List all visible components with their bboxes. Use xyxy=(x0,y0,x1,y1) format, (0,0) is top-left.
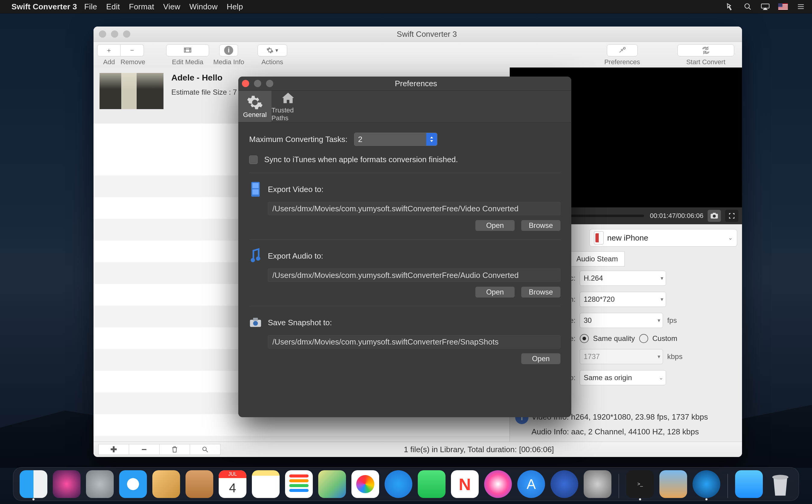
preferences-button[interactable] xyxy=(607,44,638,56)
dock-contacts[interactable] xyxy=(185,470,213,498)
prefs-zoom-button[interactable] xyxy=(266,80,273,87)
input-source-icon[interactable] xyxy=(778,2,788,12)
actions-label: Actions xyxy=(261,58,283,66)
aspect-select[interactable]: Same as origin ⌄ xyxy=(580,370,666,385)
close-button[interactable] xyxy=(99,30,106,38)
add-small-button[interactable]: ✚ xyxy=(98,444,129,455)
resolution-select[interactable]: 1280*720 ▾ xyxy=(580,292,666,307)
max-tasks-label: Maximum Converting Tasks: xyxy=(249,135,347,144)
menu-format[interactable]: Format xyxy=(129,2,154,11)
dock-preview[interactable] xyxy=(659,470,687,498)
dock-photos[interactable] xyxy=(351,470,379,498)
snapshot-button[interactable] xyxy=(708,210,721,222)
item-subtitle: Estimate file Size : 7 xyxy=(171,88,237,96)
dock-finder[interactable] xyxy=(20,470,47,498)
snapshot-path[interactable]: /Users/dmx/Movies/com.yumysoft.swiftConv… xyxy=(268,335,561,348)
window-titlebar[interactable]: Swift Converter 3 xyxy=(93,27,742,42)
svg-rect-6 xyxy=(778,8,788,8)
bottom-bar: ✚ − 1 file(s) in Library, Total duration… xyxy=(93,442,742,457)
kbps-unit: kbps xyxy=(667,352,683,361)
dock-news[interactable]: N xyxy=(451,470,479,498)
dock-itunes[interactable] xyxy=(484,470,512,498)
remove-small-button[interactable]: − xyxy=(129,444,159,455)
tab-audio-stream[interactable]: Audio Steam xyxy=(570,251,625,266)
menu-window[interactable]: Window xyxy=(189,2,218,11)
prefs-tab-general[interactable]: General xyxy=(238,91,271,122)
menu-help[interactable]: Help xyxy=(226,2,243,11)
fullscreen-button[interactable] xyxy=(725,210,738,222)
framerate-unit: fps xyxy=(667,316,677,325)
window-title: Swift Converter 3 xyxy=(136,30,742,39)
edit-media-button[interactable] xyxy=(166,44,209,56)
svg-point-19 xyxy=(256,257,260,261)
audio-browse-button[interactable]: Browse xyxy=(521,287,561,298)
app-menu[interactable]: Swift Converter 3 xyxy=(11,2,77,11)
prefs-minimize-button[interactable] xyxy=(254,80,261,87)
dock-trash[interactable] xyxy=(768,470,792,498)
menu-view[interactable]: View xyxy=(163,2,180,11)
actions-button[interactable]: ▾ xyxy=(257,44,287,56)
dock-separator-2 xyxy=(728,474,728,498)
export-audio-path[interactable]: /Users/dmx/Movies/com.yumysoft.swiftConv… xyxy=(268,269,561,282)
svg-rect-13 xyxy=(713,213,716,214)
bitrate-custom-radio[interactable] xyxy=(639,334,648,343)
dock-terminal[interactable]: >_ xyxy=(626,470,654,498)
svg-rect-7 xyxy=(778,9,788,10)
minimize-button[interactable] xyxy=(111,30,118,38)
dock-facetime[interactable] xyxy=(418,470,446,498)
bitrate-same-radio[interactable] xyxy=(580,334,589,343)
framerate-select[interactable]: 30 ▾ xyxy=(580,313,663,328)
search-small-button[interactable] xyxy=(190,444,220,455)
svg-point-14 xyxy=(203,447,206,451)
max-tasks-select[interactable]: 2 xyxy=(354,133,438,146)
dock-mail[interactable] xyxy=(152,470,180,498)
zoom-button[interactable] xyxy=(123,30,130,38)
video-open-button[interactable]: Open xyxy=(476,220,515,231)
sync-itunes-checkbox[interactable] xyxy=(249,156,257,164)
prefs-close-button[interactable] xyxy=(242,80,249,87)
svg-point-0 xyxy=(745,4,749,8)
svg-rect-16 xyxy=(252,183,259,188)
dock-swift-converter[interactable] xyxy=(693,470,720,498)
stepper-icon xyxy=(426,133,437,146)
start-convert-button[interactable] xyxy=(678,44,734,56)
audio-icon xyxy=(249,247,262,264)
svg-point-21 xyxy=(253,321,258,326)
dock-maps[interactable] xyxy=(318,470,346,498)
media-info-button[interactable]: i xyxy=(219,44,238,56)
item-title: Adele - Hello xyxy=(171,73,237,83)
audio-open-button[interactable]: Open xyxy=(476,287,515,298)
dock-appstore[interactable]: A xyxy=(517,470,545,498)
audio-info: Audio Info: aac, 2 Channel, 44100 HZ, 12… xyxy=(532,427,699,436)
dock-siri[interactable] xyxy=(53,470,81,498)
dock-app-generic-1[interactable] xyxy=(551,470,578,498)
spotlight-icon[interactable] xyxy=(743,2,753,12)
delete-button[interactable] xyxy=(159,444,190,455)
video-browse-button[interactable]: Browse xyxy=(521,220,561,231)
dock-downloads[interactable] xyxy=(735,470,763,498)
codec-select[interactable]: H.264 ▾ xyxy=(580,271,666,286)
menu-file[interactable]: File xyxy=(84,2,97,11)
preset-select[interactable]: new iPhone ⌄ xyxy=(589,229,737,247)
playback-time: 00:01:47/00:06:06 xyxy=(650,212,703,220)
dock-calendar[interactable]: JUL 4 xyxy=(219,470,246,498)
add-button[interactable]: ＋ xyxy=(97,44,121,56)
notification-center-icon[interactable] xyxy=(796,2,806,12)
airplay-icon[interactable] xyxy=(760,2,770,12)
dock-notes[interactable] xyxy=(252,470,280,498)
bitrate-custom-label: Custom xyxy=(653,334,678,343)
menubar-extra-icon[interactable] xyxy=(725,2,735,12)
video-icon xyxy=(249,181,262,198)
remove-button[interactable]: − xyxy=(121,44,144,56)
dock-reminders[interactable] xyxy=(285,470,313,498)
export-video-path[interactable]: /Users/dmx/Movies/com.yumysoft.swiftConv… xyxy=(268,202,561,215)
prefs-tab-trusted[interactable]: Trusted Paths xyxy=(271,91,305,122)
snapshot-open-button[interactable]: Open xyxy=(521,353,561,364)
dock-system-preferences[interactable] xyxy=(584,470,611,498)
sync-itunes-label: Sync to iTunes when apple formats conver… xyxy=(264,155,458,164)
prefs-titlebar[interactable]: Preferences xyxy=(238,77,571,91)
dock-safari[interactable] xyxy=(119,470,147,498)
dock-messages[interactable] xyxy=(384,470,412,498)
menu-edit[interactable]: Edit xyxy=(106,2,120,11)
dock-launchpad[interactable] xyxy=(86,470,114,498)
